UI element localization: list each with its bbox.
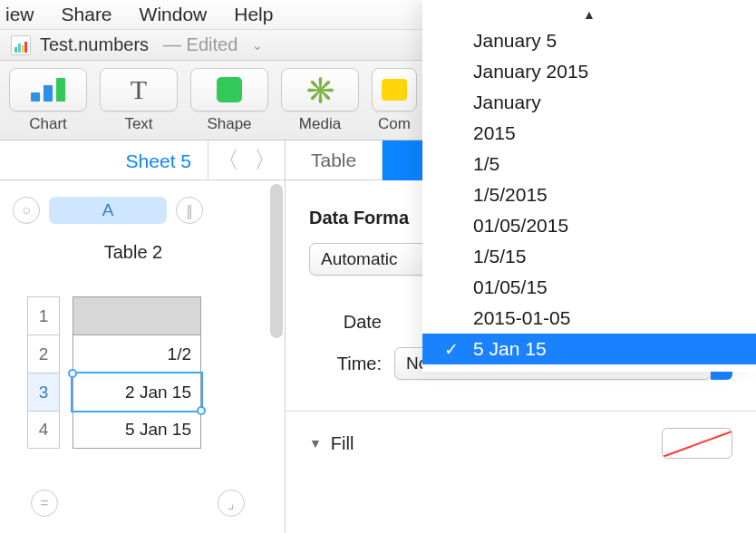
fill-label: Fill (331, 433, 354, 454)
date-format-option[interactable]: January 2015 (422, 56, 756, 87)
row-header[interactable]: 4 (27, 411, 60, 449)
tab-table[interactable]: Table (286, 141, 383, 180)
toolbar-label: Chart (29, 115, 67, 133)
spreadsheet-canvas[interactable]: ○ A ‖ Table 2 1 2 3 4 1/2 2 Jan 15 5 Jan… (0, 180, 285, 533)
date-format-option[interactable]: 1/5 (422, 149, 756, 179)
document-title[interactable]: Test.numbers (40, 34, 149, 55)
date-label: Date (309, 312, 382, 333)
table-title[interactable]: Table 2 (74, 242, 192, 263)
divider (286, 411, 756, 412)
next-sheet-button[interactable]: 〉 (247, 144, 285, 176)
toolbar-media[interactable]: ✳️ Media (281, 68, 359, 133)
flower-icon: ✳️ (305, 75, 336, 105)
bar-chart-icon (31, 78, 65, 102)
date-format-option[interactable]: ✓5 Jan 15 (422, 334, 756, 364)
toolbar-chart[interactable]: Chart (9, 68, 87, 133)
prev-sheet-button[interactable]: 〈 (208, 144, 247, 176)
comment-icon (382, 79, 407, 101)
toolbar-label: Com (378, 115, 411, 133)
time-label: Time: (309, 354, 382, 374)
resize-handle[interactable]: ⌟ (218, 489, 245, 517)
square-icon (217, 77, 242, 102)
toolbar-text[interactable]: T Text (100, 68, 178, 133)
date-format-option[interactable]: 01/05/15 (422, 272, 756, 303)
triangle-down-icon: ▼ (309, 436, 322, 451)
date-format-option[interactable]: 1/5/15 (422, 241, 756, 272)
date-format-option-label: 2015 (473, 122, 516, 144)
document-icon (11, 35, 31, 55)
date-format-option-label: 01/05/15 (473, 276, 548, 298)
date-format-option-label: 1/5/15 (473, 246, 526, 267)
table-header-cell[interactable] (73, 296, 201, 334)
date-format-option[interactable]: 2015 (422, 118, 756, 149)
text-icon: T (131, 74, 147, 105)
edited-indicator: — Edited (163, 34, 237, 55)
date-format-option-label: 2015-01-05 (473, 307, 570, 329)
toolbar-comment[interactable]: Com (372, 68, 417, 133)
date-format-option-label: 1/5/2015 (473, 184, 548, 206)
select-all-handle[interactable]: ○ (13, 197, 40, 224)
menu-item[interactable]: iew (5, 4, 34, 25)
sheet-nav: 〈 〉 (208, 141, 285, 180)
date-format-option[interactable]: January 5 (422, 25, 756, 56)
checkmark-icon: ✓ (444, 339, 459, 360)
row-header[interactable]: 2 (27, 334, 60, 373)
table-cell[interactable]: 2 Jan 15 (73, 373, 201, 411)
menu-item[interactable]: Help (234, 4, 273, 25)
menu-scroll-up-icon[interactable]: ▲ (422, 5, 756, 25)
column-add-handle[interactable]: ‖ (176, 197, 203, 224)
toolbar-label: Shape (207, 115, 251, 133)
date-format-option[interactable]: 1/5/2015 (422, 179, 756, 210)
fill-disclosure[interactable]: ▼ Fill (309, 433, 354, 454)
chevron-down-icon[interactable]: ⌄ (252, 38, 263, 53)
table-cell[interactable]: 5 Jan 15 (73, 411, 201, 449)
row-header[interactable]: 1 (27, 296, 60, 334)
date-format-option[interactable]: 01/05/2015 (422, 210, 756, 241)
date-format-option-label: 1/5 (473, 153, 499, 175)
row-add-handle[interactable]: = (31, 489, 58, 517)
column-header-a[interactable]: A (49, 197, 167, 224)
date-format-option[interactable]: January (422, 87, 756, 118)
menu-item[interactable]: Share (62, 4, 112, 25)
vertical-scrollbar[interactable] (270, 184, 283, 338)
fill-color-swatch[interactable] (662, 428, 732, 459)
date-format-option-label: January (473, 92, 541, 113)
date-format-option[interactable]: 2015-01-05 (422, 303, 756, 334)
date-format-option-label: January 2015 (473, 61, 588, 82)
sheet-tab[interactable]: Sheet 5 (110, 141, 208, 180)
row-header[interactable]: 3 (27, 373, 60, 411)
toolbar-label: Media (299, 115, 341, 133)
date-format-option-label: 5 Jan 15 (473, 338, 547, 360)
date-format-option-label: 01/05/2015 (473, 215, 568, 237)
menu-item[interactable]: Window (140, 4, 208, 25)
toolbar-label: Text (124, 115, 152, 133)
table-cell[interactable]: 1/2 (73, 334, 201, 373)
toolbar-shape[interactable]: Shape (190, 68, 268, 133)
date-format-menu: ▲ January 5January 2015January20151/51/5… (422, 0, 756, 372)
date-format-option-label: January 5 (473, 30, 557, 52)
